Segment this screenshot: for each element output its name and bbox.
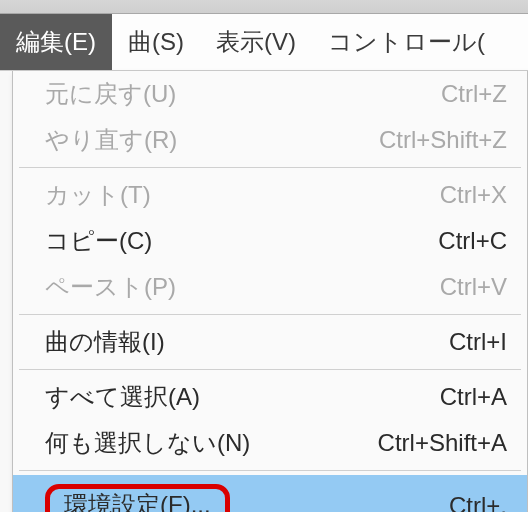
menu-paste-shortcut: Ctrl+V — [440, 273, 507, 301]
menu-cut[interactable]: カット(T) Ctrl+X — [13, 172, 527, 218]
menu-undo-label: 元に戻す(U) — [45, 78, 176, 110]
menu-select-none-label: 何も選択しない(N) — [45, 427, 250, 459]
menubar-song[interactable]: 曲(S) — [112, 14, 200, 70]
menu-cut-label: カット(T) — [45, 179, 151, 211]
menu-select-none[interactable]: 何も選択しない(N) Ctrl+Shift+A — [13, 420, 527, 466]
menu-undo-shortcut: Ctrl+Z — [441, 80, 507, 108]
annotation-highlight-box: 環境設定(F)... — [45, 484, 230, 512]
menu-song-info[interactable]: 曲の情報(I) Ctrl+I — [13, 319, 527, 365]
menu-redo-shortcut: Ctrl+Shift+Z — [379, 126, 507, 154]
menu-redo[interactable]: やり直す(R) Ctrl+Shift+Z — [13, 117, 527, 163]
menu-cut-shortcut: Ctrl+X — [440, 181, 507, 209]
menu-separator — [19, 167, 521, 168]
menubar-view[interactable]: 表示(V) — [200, 14, 312, 70]
menu-song-info-shortcut: Ctrl+I — [449, 328, 507, 356]
menubar-control[interactable]: コントロール( — [312, 14, 501, 70]
menu-paste[interactable]: ペースト(P) Ctrl+V — [13, 264, 527, 310]
menu-select-all[interactable]: すべて選択(A) Ctrl+A — [13, 374, 527, 420]
menu-separator — [19, 470, 521, 471]
menu-paste-label: ペースト(P) — [45, 271, 176, 303]
edit-menu-dropdown: 元に戻す(U) Ctrl+Z やり直す(R) Ctrl+Shift+Z カット(… — [12, 71, 528, 512]
menu-separator — [19, 314, 521, 315]
menu-copy-shortcut: Ctrl+C — [438, 227, 507, 255]
menu-preferences[interactable]: 環境設定(F)... Ctrl+, — [13, 475, 527, 512]
menu-separator — [19, 369, 521, 370]
menu-copy-label: コピー(C) — [45, 225, 152, 257]
menu-preferences-shortcut: Ctrl+, — [449, 492, 507, 512]
window-titlebar-strip — [0, 0, 528, 14]
menubar: 編集(E) 曲(S) 表示(V) コントロール( — [0, 14, 528, 71]
menu-redo-label: やり直す(R) — [45, 124, 177, 156]
menubar-edit[interactable]: 編集(E) — [0, 14, 112, 70]
menu-undo[interactable]: 元に戻す(U) Ctrl+Z — [13, 71, 527, 117]
menu-select-all-shortcut: Ctrl+A — [440, 383, 507, 411]
menu-copy[interactable]: コピー(C) Ctrl+C — [13, 218, 527, 264]
menu-song-info-label: 曲の情報(I) — [45, 326, 165, 358]
menu-select-all-label: すべて選択(A) — [45, 381, 200, 413]
menu-preferences-label: 環境設定(F)... — [64, 491, 211, 512]
menu-select-none-shortcut: Ctrl+Shift+A — [378, 429, 507, 457]
